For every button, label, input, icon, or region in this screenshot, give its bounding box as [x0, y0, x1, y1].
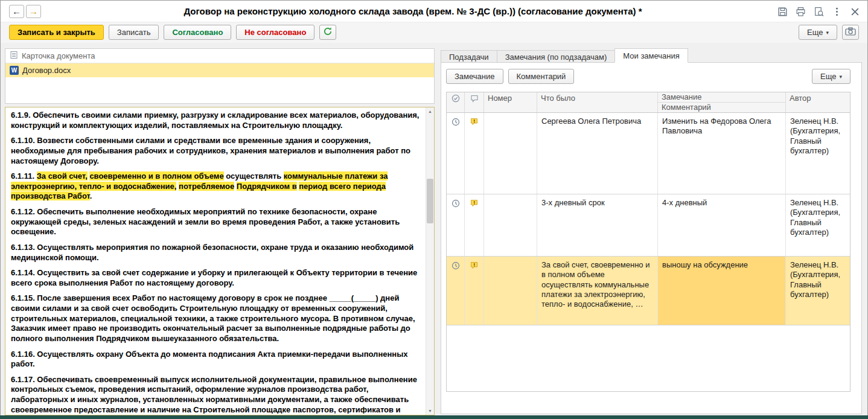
file-name: Договор.docx: [22, 66, 71, 75]
back-button[interactable]: ←: [9, 5, 24, 18]
row-flag-cell: [465, 194, 484, 256]
remark-column-header[interactable]: Замечание: [658, 92, 785, 103]
remark-comment-column-header[interactable]: Замечание Комментарий: [658, 92, 786, 112]
tab-subtasks[interactable]: Подзадачи: [441, 50, 497, 63]
save-and-close-button[interactable]: Записать и закрыть: [9, 25, 104, 40]
forward-button[interactable]: →: [26, 5, 41, 18]
document-scrollbar[interactable]: ▲ ▼: [426, 107, 434, 415]
scroll-up-arrow[interactable]: ▲: [426, 107, 434, 115]
right-tabs: Подзадачи Замечания (по подзадачам) Мои …: [441, 48, 688, 63]
file-row-selected[interactable]: W Договор.docx: [5, 63, 434, 77]
document-paragraph: 6.1.11. За свой счет, своевременно и в п…: [11, 171, 422, 202]
type-column-header: [465, 92, 484, 112]
row-author-cell: Зеленец Н.В. (Бухгалтерия, Главный бухга…: [786, 257, 850, 325]
remarks-table: Номер Что было Замечание Комментарий Авт…: [446, 92, 850, 392]
remark-flag-icon: [470, 261, 478, 272]
document-paragraph: 6.1.13. Осуществлять мероприятия по пожа…: [11, 243, 422, 263]
status-column-header: [447, 92, 465, 112]
row-remark-cell: выношу на обсуждение: [658, 257, 786, 325]
screenshot-button[interactable]: [842, 25, 859, 40]
remarks-table-body: Сергеева Олега ПетровичаИзменить на Федо…: [447, 113, 850, 325]
row-status-cell: [447, 194, 465, 256]
approved-button[interactable]: Согласовано: [164, 25, 231, 40]
speech-bubble-icon: [470, 94, 479, 111]
row-number-cell: [484, 113, 537, 194]
preview-icon[interactable]: [813, 6, 824, 17]
toolbar: Записать и закрыть Записать Согласовано …: [1, 22, 867, 43]
row-author-cell: Зеленец Н.В. (Бухгалтерия, Главный бухга…: [786, 113, 850, 194]
remark-row[interactable]: За свой счет, своевременно и в полном об…: [447, 257, 850, 325]
remarks-table-header: Номер Что было Замечание Комментарий Авт…: [447, 92, 850, 113]
row-what-was-cell: Сергеева Олега Петровича: [537, 113, 658, 194]
document-card-icon: [10, 51, 18, 61]
remark-flag-icon: [470, 199, 478, 210]
document-paragraph: 6.1.9. Обеспечить своими силами приемку,…: [11, 110, 422, 130]
title-bar: ← → Договор на реконструкцию холодного с…: [1, 1, 867, 22]
row-flag-cell: [465, 257, 484, 325]
word-file-icon: W: [10, 66, 19, 75]
document-card-title: Карточка документа: [22, 51, 95, 60]
comment-column-header[interactable]: Комментарий: [658, 103, 785, 112]
close-icon[interactable]: [849, 6, 860, 17]
toolbar-right-group: Еще▾: [799, 25, 859, 40]
clock-icon: [452, 118, 460, 129]
row-flag-cell: [465, 113, 484, 194]
window-title: Договор на реконструкцию холодного склад…: [55, 1, 771, 22]
title-icon-group: [777, 6, 860, 17]
add-remark-button[interactable]: Замечание: [446, 69, 503, 84]
row-number-cell: [484, 194, 537, 256]
row-what-was-cell: За свой счет, своевременно и в полном об…: [537, 257, 658, 325]
add-comment-button[interactable]: Комментарий: [508, 69, 575, 84]
window-bottom-edge: [0, 415, 868, 419]
print-icon[interactable]: [795, 6, 806, 17]
document-card-panel: Карточка документа W Договор.docx: [5, 48, 435, 104]
document-paragraph: 6.1.10. Возвести собственными силами и с…: [11, 136, 422, 166]
not-approved-button[interactable]: Не согласовано: [236, 25, 314, 40]
document-viewer: 6.1.9. Обеспечить своими силами приемку,…: [5, 107, 435, 415]
menu-dots-icon[interactable]: [831, 6, 842, 17]
clock-icon: [452, 199, 460, 210]
save-icon[interactable]: [777, 6, 788, 17]
author-column-header[interactable]: Автор: [786, 92, 850, 112]
row-number-cell: [484, 257, 537, 325]
row-status-cell: [447, 113, 465, 194]
document-text: 6.1.9. Обеспечить своими силами приемку,…: [11, 110, 422, 414]
clock-icon: [452, 261, 460, 272]
scroll-down-arrow[interactable]: ▼: [426, 407, 434, 415]
check-circle-icon: [452, 94, 460, 111]
row-remark-cell: 4-х дневный: [658, 194, 786, 256]
chevron-down-icon: ▾: [826, 30, 829, 36]
my-remarks-panel: Замечание Комментарий Еще▾ Номер Что был…: [441, 62, 862, 414]
toolbar-left-group: Записать и закрыть Записать Согласовано …: [9, 25, 336, 40]
document-paragraph: 6.1.17. Обеспечивать своевременный выпус…: [11, 375, 422, 414]
tab-my-remarks[interactable]: Мои замечания: [614, 48, 688, 63]
document-paragraph: 6.1.16. Осуществлять охрану Объекта до м…: [11, 350, 422, 369]
number-column-header[interactable]: Номер: [484, 92, 537, 112]
remarks-toolbar: Замечание Комментарий Еще▾: [446, 69, 857, 85]
document-paragraph: 6.1.12. Обеспечить выполнение необходимы…: [11, 207, 422, 237]
what-was-column-header[interactable]: Что было: [537, 92, 658, 112]
document-card-header: Карточка документа: [5, 49, 434, 63]
tab-remarks-by-subtasks[interactable]: Замечания (по подзадачам): [497, 50, 616, 63]
remark-row[interactable]: 3-х дневный срок4-х дневныйЗеленец Н.В. …: [447, 194, 850, 257]
row-author-cell: Зеленец Н.В. (Бухгалтерия, Главный бухга…: [786, 194, 850, 256]
row-status-cell: [447, 257, 465, 325]
scrollbar-thumb[interactable]: [427, 179, 433, 223]
chevron-down-icon: ▾: [839, 74, 842, 80]
document-paragraph: 6.1.15. После завершения всех Работ по н…: [11, 293, 422, 344]
remark-flag-icon: [470, 118, 478, 128]
refresh-icon: [323, 27, 333, 38]
refresh-button[interactable]: [319, 25, 336, 40]
row-remark-cell: Изменить на Федорова Олега Павловича: [658, 113, 786, 194]
save-button[interactable]: Записать: [109, 25, 159, 40]
remark-row[interactable]: Сергеева Олега ПетровичаИзменить на Федо…: [447, 113, 850, 194]
row-what-was-cell: 3-х дневный срок: [537, 194, 658, 256]
camera-icon: [845, 27, 856, 37]
document-paragraph: 6.1.14. Осуществить за свой счет содержа…: [11, 268, 422, 288]
remarks-more-button[interactable]: Еще▾: [812, 69, 850, 84]
toolbar-more-button[interactable]: Еще▾: [799, 25, 837, 40]
